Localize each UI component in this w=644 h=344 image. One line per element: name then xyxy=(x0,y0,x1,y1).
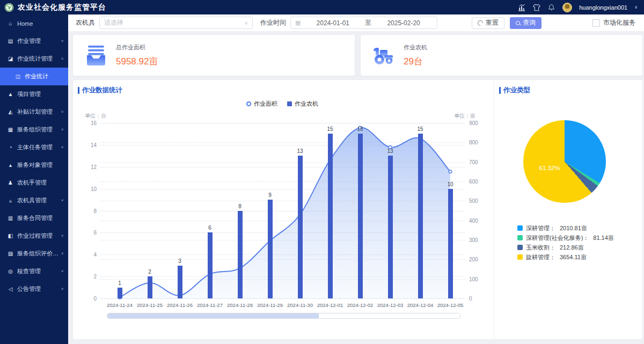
org-icon: ▦ xyxy=(7,127,14,133)
right-axis-tick: 800 xyxy=(469,140,487,145)
date-end-input[interactable]: 2025-02-20 xyxy=(375,19,433,27)
left-axis-tick: 4 xyxy=(82,252,97,258)
sidebar-item-notice-management[interactable]: ◁公告管理∨ xyxy=(0,280,68,298)
date-range-picker[interactable]: ▦ 2024-01-01 至 2025-02-20 xyxy=(290,17,437,29)
app-logo-icon xyxy=(4,3,14,12)
legend-color-swatch xyxy=(517,225,523,231)
process-icon: ◧ xyxy=(7,233,14,239)
project-icon: ▲ xyxy=(7,91,14,97)
bar[interactable] xyxy=(178,266,182,298)
sidebar-item-job-process-management[interactable]: ◧作业过程管理∨ xyxy=(0,227,68,245)
left-axis-tick: 10 xyxy=(82,186,97,192)
bar[interactable] xyxy=(148,276,152,298)
machine-select[interactable]: 请选择 ∨ xyxy=(99,17,253,29)
datazoom-slider[interactable] xyxy=(107,313,460,319)
operator-icon: ♟ xyxy=(7,180,14,186)
bar[interactable] xyxy=(238,211,243,299)
pie-legend-item[interactable]: 玉米收割：212.86亩 xyxy=(517,243,614,252)
chevron-down-icon: ∨ xyxy=(61,234,64,238)
machine-count-card: 作业农机 29台 xyxy=(360,34,643,76)
bar[interactable] xyxy=(208,232,213,298)
market-service-checkbox[interactable]: 市场化服务 xyxy=(592,18,635,27)
sidebar-item-subsidy-plan-management[interactable]: ◭补贴计划管理∨ xyxy=(0,103,68,121)
right-axis-tick: 0 xyxy=(469,296,487,302)
bar-line-plot[interactable]: 0246810121416010020030040050060070080090… xyxy=(100,123,465,298)
chevron-down-icon: ∨ xyxy=(61,269,64,273)
task-icon: ◔ xyxy=(7,144,14,150)
sidebar-item-job-stats-management[interactable]: ◪作业统计管理∧ xyxy=(0,50,68,68)
legend-value: 2010.81亩 xyxy=(560,224,587,232)
sidebar-item-subject-task-management[interactable]: ◔主体任务管理∨ xyxy=(0,138,68,156)
calendar-icon: ▦ xyxy=(295,19,301,26)
bar-value-label: 13 xyxy=(382,148,398,154)
sidebar-item-label: 作业统计 xyxy=(25,72,64,80)
machine-filter-label: 农机具 xyxy=(76,18,95,27)
total-area-card: 总作业面积 5958.92亩 xyxy=(72,34,355,76)
user-avatar[interactable] xyxy=(562,3,572,12)
bar[interactable] xyxy=(118,288,122,298)
bar[interactable] xyxy=(298,156,303,298)
bar[interactable] xyxy=(268,200,273,298)
username[interactable]: huanglongxian001 xyxy=(579,4,627,11)
bar[interactable] xyxy=(358,134,363,298)
sidebar-item-inspection-management[interactable]: ◎核查管理∨ xyxy=(0,262,68,280)
pie-legend-item[interactable]: 深耕管理：2010.81亩 xyxy=(517,223,614,233)
dashboard-chart-icon[interactable] xyxy=(517,3,525,11)
page-title: 农业社会化服务监管平台 xyxy=(18,3,106,12)
datazoom-selected-range[interactable] xyxy=(107,313,319,318)
sidebar-item-label: 公告管理 xyxy=(17,285,61,293)
contract-icon: ▥ xyxy=(7,215,14,221)
legend-name: 深耕管理(社会化服务)： xyxy=(526,234,589,242)
sidebar-item-label: 核查管理 xyxy=(17,267,61,275)
bar-value-label: 8 xyxy=(232,203,248,209)
bar[interactable] xyxy=(328,134,333,298)
pie-legend-item[interactable]: 旋耕管理：3654.11亩 xyxy=(517,252,614,262)
sidebar-item-job-stats[interactable]: ◫作业统计 xyxy=(0,68,68,85)
sidebar-item-service-contract-management[interactable]: ▥服务合同管理 xyxy=(0,209,68,227)
bar[interactable] xyxy=(388,156,393,298)
checkbox-box[interactable] xyxy=(592,19,600,27)
user-dropdown-chevron-icon[interactable]: ∨ xyxy=(634,5,638,10)
left-axis-unit: 单位：台 xyxy=(85,112,106,120)
x-axis-label: 2024-12-03 xyxy=(374,302,406,308)
sidebar-item-label: Home xyxy=(17,20,64,27)
sidebar-item-label: 补贴计划管理 xyxy=(17,108,61,116)
legend-name: 深耕管理： xyxy=(526,224,555,232)
bar[interactable] xyxy=(418,134,423,298)
theme-shirt-icon[interactable] xyxy=(532,3,540,11)
right-axis-tick: 900 xyxy=(469,120,487,126)
bar-chart-title: 作业数据统计 xyxy=(78,86,122,95)
sidebar-menu: ⌂Home▤作业管理∨◪作业统计管理∧◫作业统计▲项目管理◭补贴计划管理∨▦服务… xyxy=(0,14,68,344)
chevron-down-icon: ∨ xyxy=(61,145,64,149)
card-value: 5958.92亩 xyxy=(116,55,158,68)
right-axis-unit: 单位：亩 xyxy=(449,112,475,120)
legend-item-area[interactable]: 作业面积 xyxy=(246,100,277,108)
sidebar-item-machine-management[interactable]: ▵农机具管理∨ xyxy=(0,192,68,209)
job-type-pie[interactable]: 61.32% xyxy=(523,120,606,203)
x-axis-label: 2024-11-26 xyxy=(164,302,196,308)
date-start-input[interactable]: 2024-01-01 xyxy=(304,19,362,27)
job-type-chart-section: 作业类型 61.32% 深耕管理：2010.81亩深耕管理(社会化服务)：81.… xyxy=(494,80,642,339)
notification-bell-icon[interactable] xyxy=(547,3,555,11)
sidebar-item-job-management[interactable]: ▤作业管理∨ xyxy=(0,32,68,50)
pie-legend-item[interactable]: 深耕管理(社会化服务)：81.14亩 xyxy=(517,233,614,243)
sidebar-item-service-org-evaluation-management[interactable]: ▨服务组织评价管理∨ xyxy=(0,245,68,262)
chevron-down-icon: ∨ xyxy=(61,128,64,131)
bar-value-label: 3 xyxy=(172,258,188,264)
sidebar-item-label: 作业管理 xyxy=(17,37,61,45)
search-button[interactable]: 查询 xyxy=(510,17,541,29)
reset-button[interactable]: 重置 xyxy=(472,17,504,29)
evaluation-icon: ▨ xyxy=(7,251,14,257)
sidebar-item-label: 作业统计管理 xyxy=(17,55,61,63)
legend-item-machine[interactable]: 作业农机 xyxy=(287,100,318,108)
app-header: 农业社会化服务监管平台 huanglongxian001 ∨ xyxy=(0,0,644,14)
sidebar-item-service-org-management[interactable]: ▦服务组织管理∨ xyxy=(0,121,68,138)
sidebar-item-service-target-management[interactable]: ▴服务对象管理 xyxy=(0,156,68,174)
sidebar-item-home[interactable]: ⌂Home xyxy=(0,14,68,32)
bar[interactable] xyxy=(448,189,453,298)
title-accent-bar xyxy=(78,87,79,94)
sidebar-item-operator-management[interactable]: ♟农机手管理 xyxy=(0,174,68,192)
x-axis-label: 2024-11-24 xyxy=(104,302,136,308)
bar-value-label: 15 xyxy=(412,126,428,132)
sidebar-item-project-management[interactable]: ▲项目管理 xyxy=(0,85,68,103)
